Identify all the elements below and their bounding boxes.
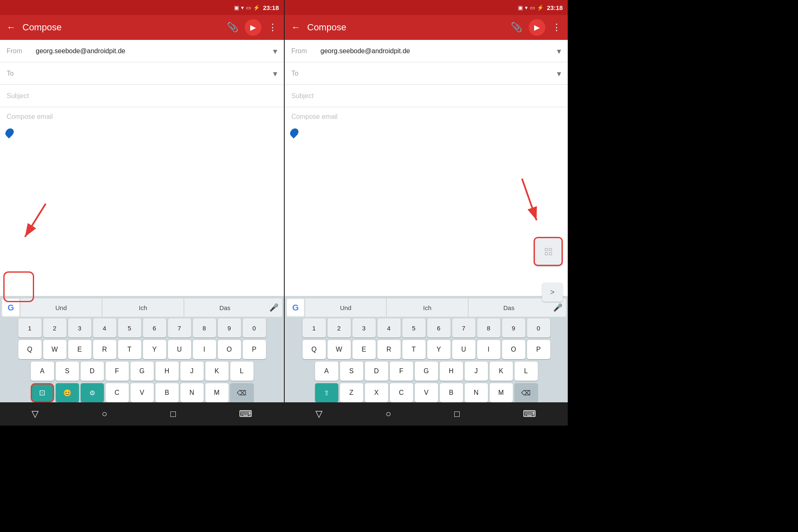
nav-recents-right[interactable]: □ (454, 409, 460, 419)
subject-row-left[interactable]: Subject (0, 85, 284, 107)
more-icon-right[interactable]: ⋮ (552, 22, 561, 33)
key-i-left[interactable]: I (193, 340, 216, 359)
key-4-right[interactable]: 4 (377, 318, 401, 337)
key-8-left[interactable]: 8 (193, 318, 216, 337)
clipboard-key-left[interactable]: ⊡ (31, 383, 54, 402)
key-h-left[interactable]: H (155, 362, 179, 381)
key-2-left[interactable]: 2 (43, 318, 66, 337)
key-b-left[interactable]: B (155, 383, 179, 402)
nav-keyboard-right[interactable]: ⌨ (523, 409, 536, 419)
key-p-right[interactable]: P (527, 340, 550, 359)
to-row-left[interactable]: To ▾ (0, 62, 284, 85)
key-c-right[interactable]: C (390, 383, 413, 402)
key-o-right[interactable]: O (502, 340, 525, 359)
key-5-right[interactable]: 5 (402, 318, 426, 337)
compose-body-right[interactable]: Compose email (285, 107, 568, 296)
to-row-right[interactable]: To ▾ (285, 62, 568, 85)
suggestion-und-right[interactable]: Und (305, 298, 386, 317)
key-5-left[interactable]: 5 (118, 318, 141, 337)
key-m-left[interactable]: M (205, 383, 229, 402)
key-3-right[interactable]: 3 (352, 318, 376, 337)
more-icon-left[interactable]: ⋮ (268, 22, 277, 33)
key-r-right[interactable]: R (377, 340, 401, 359)
key-s-right[interactable]: S (340, 362, 363, 381)
key-o-left[interactable]: O (218, 340, 241, 359)
suggestion-ich-right[interactable]: Ich (386, 298, 468, 317)
backspace-key-right[interactable]: ⌫ (515, 383, 538, 402)
emoji-key-left[interactable]: 😊 (56, 383, 79, 402)
key-1-left[interactable]: 1 (18, 318, 42, 337)
key-w-right[interactable]: W (328, 340, 351, 359)
key-v-right[interactable]: V (415, 383, 438, 402)
key-s-left[interactable]: S (56, 362, 79, 381)
nav-home-right[interactable]: ○ (386, 409, 391, 419)
backspace-key-left[interactable]: ⌫ (230, 383, 254, 402)
attach-icon-right[interactable]: 📎 (511, 22, 522, 33)
key-u-left[interactable]: U (168, 340, 191, 359)
from-value-right[interactable]: georg.seebode@androidpit.de (320, 47, 557, 55)
nav-keyboard-left[interactable]: ⌨ (239, 409, 252, 419)
suggestion-und-left[interactable]: Und (20, 298, 102, 317)
nav-back-left[interactable]: ▽ (32, 409, 39, 419)
key-n-right[interactable]: N (465, 383, 488, 402)
key-6-right[interactable]: 6 (427, 318, 451, 337)
key-0-left[interactable]: 0 (243, 318, 266, 337)
key-q-left[interactable]: Q (18, 340, 42, 359)
send-button-right[interactable]: ▶ (529, 19, 545, 36)
key-0-right[interactable]: 0 (527, 318, 550, 337)
subject-input-right[interactable]: Subject (291, 92, 561, 100)
key-k-left[interactable]: K (205, 362, 229, 381)
key-f-left[interactable]: F (106, 362, 129, 381)
from-dropdown-right[interactable]: ▾ (557, 46, 561, 56)
key-w-left[interactable]: W (43, 340, 66, 359)
key-j-right[interactable]: J (465, 362, 488, 381)
suggestion-ich-left[interactable]: Ich (102, 298, 184, 317)
key-r-left[interactable]: R (93, 340, 116, 359)
key-7-right[interactable]: 7 (452, 318, 475, 337)
mic-icon-right[interactable]: 🎤 (549, 303, 566, 312)
key-7-left[interactable]: 7 (168, 318, 191, 337)
key-v-left[interactable]: V (131, 383, 154, 402)
subject-row-right[interactable]: Subject (285, 85, 568, 107)
key-3-left[interactable]: 3 (68, 318, 91, 337)
shift-key-right[interactable]: ⇧ (315, 383, 338, 402)
key-4-left[interactable]: 4 (93, 318, 116, 337)
key-q-right[interactable]: Q (303, 340, 326, 359)
key-d-right[interactable]: D (365, 362, 388, 381)
key-a-right[interactable]: A (315, 362, 338, 381)
suggestion-das-right[interactable]: Das (468, 298, 549, 317)
key-j-left[interactable]: J (180, 362, 204, 381)
compose-body-left[interactable]: Compose email (0, 107, 284, 296)
key-h-right[interactable]: H (440, 362, 463, 381)
from-dropdown-left[interactable]: ▾ (273, 46, 277, 56)
attach-icon-left[interactable]: 📎 (227, 22, 238, 33)
key-6-left[interactable]: 6 (143, 318, 166, 337)
expand-key-right[interactable] (534, 237, 563, 266)
key-8-right[interactable]: 8 (477, 318, 500, 337)
send-button-left[interactable]: ▶ (245, 19, 261, 36)
nav-home-left[interactable]: ○ (102, 409, 107, 419)
key-n-left[interactable]: N (180, 383, 204, 402)
settings-key-left[interactable]: ⚙ (81, 383, 104, 402)
to-dropdown-left[interactable]: ▾ (273, 69, 277, 79)
key-c-left[interactable]: C (106, 383, 129, 402)
key-e-right[interactable]: E (352, 340, 376, 359)
key-a-left[interactable]: A (31, 362, 54, 381)
key-i-right[interactable]: I (477, 340, 500, 359)
key-l-right[interactable]: L (515, 362, 538, 381)
back-button-left[interactable]: ← (7, 22, 16, 33)
key-g-right[interactable]: G (415, 362, 438, 381)
key-1-right[interactable]: 1 (303, 318, 326, 337)
key-2-right[interactable]: 2 (328, 318, 351, 337)
key-l-left[interactable]: L (230, 362, 254, 381)
key-k-right[interactable]: K (490, 362, 513, 381)
key-x-right[interactable]: X (365, 383, 388, 402)
key-d-left[interactable]: D (81, 362, 104, 381)
body-placeholder-left[interactable]: Compose email (7, 113, 53, 120)
key-e-left[interactable]: E (68, 340, 91, 359)
next-key-right[interactable]: > (542, 283, 563, 302)
mic-icon-left[interactable]: 🎤 (266, 303, 282, 312)
from-value-left[interactable]: georg.seebode@androidpit.de (36, 47, 273, 55)
subject-input-left[interactable]: Subject (7, 92, 277, 100)
nav-recents-left[interactable]: □ (170, 409, 176, 419)
